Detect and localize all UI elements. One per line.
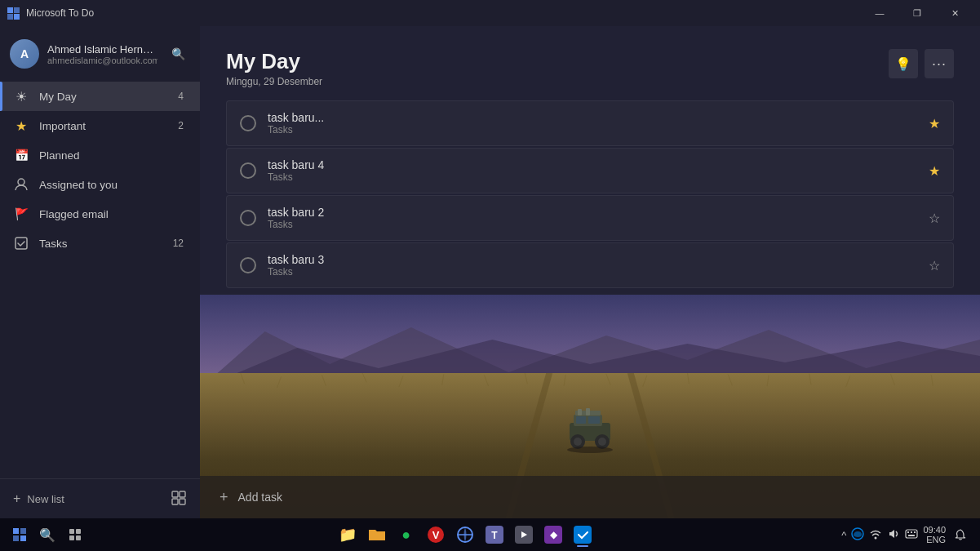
svg-rect-7 — [180, 491, 185, 497]
taskbar-app-browser[interactable] — [451, 521, 479, 549]
suggestions-button[interactable]: 💡 — [889, 49, 918, 78]
user-profile[interactable]: A Ahmed Islamic Hernawan ahmedislamic@ou… — [0, 26, 200, 78]
taskbar-app-explorer[interactable]: 📁 — [334, 521, 361, 549]
add-task-label: Add task — [238, 491, 282, 504]
svg-rect-9 — [180, 499, 185, 504]
task-star-button[interactable]: ☆ — [929, 211, 940, 226]
taskbar-start: 🔍 — [3, 522, 88, 548]
task-name: task baru 2 — [268, 206, 917, 219]
task-info: task baru 4 Tasks — [268, 158, 917, 183]
wifi-icon[interactable] — [869, 527, 882, 543]
task-complete-button[interactable] — [240, 162, 256, 179]
page-title: My Day — [226, 49, 322, 74]
svg-rect-3 — [14, 14, 20, 20]
more-options-button[interactable]: ··· — [925, 49, 954, 78]
svg-rect-66 — [911, 531, 912, 533]
task-list-name: Tasks — [268, 219, 917, 230]
svg-rect-47 — [20, 535, 26, 541]
my-day-badge: 4 — [175, 91, 187, 102]
taskbar-app-teams[interactable]: T — [481, 521, 508, 549]
checkbox-icon — [13, 235, 29, 251]
task-item[interactable]: task baru 4 Tasks ★ — [226, 148, 954, 193]
svg-text:V: V — [432, 529, 439, 541]
task-name: task baru 3 — [268, 253, 917, 266]
taskbar-app-purple[interactable]: ◆ — [539, 521, 567, 549]
task-star-button[interactable]: ☆ — [929, 258, 940, 273]
svg-rect-1 — [14, 7, 20, 13]
add-task-bar[interactable]: + Add task — [200, 476, 980, 518]
taskbar-apps: 📁 ● V T — [88, 521, 841, 549]
task-name: task baru 4 — [268, 158, 917, 171]
sidebar-item-planned[interactable]: 📅 Planned — [0, 140, 200, 170]
svg-point-4 — [18, 179, 24, 185]
svg-rect-48 — [69, 529, 74, 534]
sidebar-item-label: Important — [39, 120, 165, 132]
task-item[interactable]: task baru... Tasks ★ — [226, 100, 954, 146]
sidebar-item-important[interactable]: ★ Important 2 — [0, 111, 200, 140]
start-button[interactable] — [7, 522, 33, 548]
task-star-button[interactable]: ★ — [929, 116, 940, 131]
app-logo-icon — [7, 7, 20, 20]
task-complete-button[interactable] — [240, 115, 256, 131]
svg-rect-46 — [13, 535, 19, 541]
header-actions: 💡 ··· — [889, 49, 954, 78]
task-view-icon[interactable] — [62, 522, 88, 548]
task-info: task baru 3 Tasks — [268, 253, 917, 278]
sidebar-item-label: Tasks — [39, 238, 160, 250]
taskbar-app-vivaldi[interactable]: V — [422, 521, 450, 549]
sidebar-item-my-day[interactable]: ☀ My Day 4 — [0, 82, 200, 111]
sun-icon: ☀ — [13, 88, 29, 104]
flag-icon: 🚩 — [13, 206, 29, 222]
task-complete-button[interactable] — [240, 210, 256, 226]
taskbar-app-yellow-folder[interactable] — [363, 521, 391, 549]
person-icon — [13, 176, 29, 193]
taskbar-app-todo[interactable] — [569, 521, 596, 549]
taskbar-right: ^ — [841, 525, 977, 544]
close-button[interactable]: ✕ — [936, 0, 973, 26]
svg-text:◆: ◆ — [549, 529, 557, 540]
new-list-button[interactable]: + New list — [13, 491, 64, 506]
task-list-name: Tasks — [268, 266, 917, 278]
maximize-button[interactable]: ❐ — [898, 0, 936, 26]
ellipsis-icon: ··· — [932, 56, 947, 73]
svg-rect-44 — [13, 528, 19, 534]
sidebar-item-label: Planned — [39, 149, 171, 162]
user-info: Ahmed Islamic Hernawan ahmedislamic@outl… — [47, 43, 157, 65]
sidebar-item-flagged-email[interactable]: 🚩 Flagged email — [0, 199, 200, 229]
task-item[interactable]: task baru 2 Tasks ☆ — [226, 195, 954, 241]
window-controls: — ❐ ✕ — [861, 0, 973, 26]
system-tray-chevron[interactable]: ^ — [841, 529, 846, 541]
sidebar-item-assigned[interactable]: Assigned to you — [0, 170, 200, 199]
task-item[interactable]: task baru 3 Tasks ☆ — [226, 242, 954, 288]
sidebar-item-label: My Day — [39, 91, 165, 103]
task-complete-button[interactable] — [240, 257, 256, 273]
sidebar-item-tasks[interactable]: Tasks 12 — [0, 229, 200, 258]
app-title: Microsoft To Do — [26, 7, 94, 19]
main-header: My Day Minggu, 29 Desember 💡 ··· — [200, 26, 980, 100]
volume-icon[interactable] — [887, 527, 900, 543]
svg-rect-49 — [76, 529, 81, 534]
sidebar: A Ahmed Islamic Hernawan ahmedislamic@ou… — [0, 26, 200, 518]
search-taskbar-icon[interactable]: 🔍 — [34, 522, 60, 548]
keyboard-icon[interactable] — [905, 529, 918, 541]
svg-rect-67 — [914, 531, 916, 533]
task-info: task baru 2 Tasks — [268, 206, 917, 230]
search-button[interactable]: 🔍 — [166, 42, 190, 66]
edge-icon[interactable] — [851, 527, 864, 543]
titlebar: Microsoft To Do — ❐ ✕ — [0, 0, 980, 26]
system-time[interactable]: 09:40 ENG — [923, 525, 946, 544]
svg-rect-50 — [69, 535, 74, 540]
svg-rect-68 — [908, 535, 915, 536]
titlebar-left: Microsoft To Do — [7, 7, 94, 20]
notification-icon[interactable] — [951, 525, 970, 544]
taskbar-app-spotify[interactable]: ● — [392, 521, 420, 549]
taskbar-app-video[interactable] — [510, 521, 538, 549]
task-star-button[interactable]: ★ — [929, 163, 940, 179]
minimize-button[interactable]: — — [861, 0, 898, 26]
svg-rect-51 — [76, 535, 81, 540]
svg-rect-65 — [907, 531, 909, 533]
svg-rect-0 — [7, 7, 13, 13]
group-lists-icon[interactable] — [171, 489, 187, 509]
sidebar-item-label: Flagged email — [39, 208, 171, 220]
tasks-badge: 12 — [170, 238, 187, 249]
